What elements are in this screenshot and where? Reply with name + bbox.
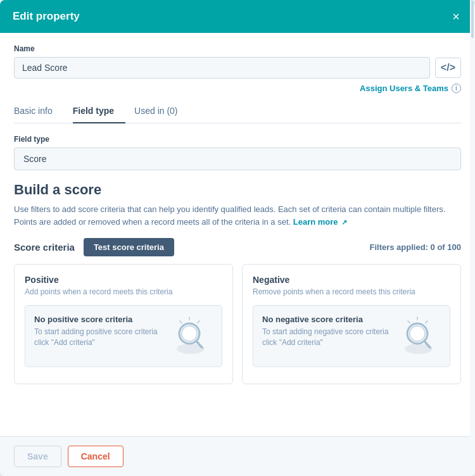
negative-empty-text: No negative score criteria To start addi… (262, 315, 389, 348)
negative-empty-title: No negative score criteria (262, 315, 389, 324)
positive-panel-desc: Add points when a record meets this crit… (25, 287, 222, 296)
learn-more-link[interactable]: Learn more ↗ (293, 217, 347, 227)
save-button[interactable]: Save (14, 446, 61, 467)
negative-panel: Negative Remove points when a record mee… (242, 264, 461, 384)
score-criteria-left: Score criteria Test score criteria (14, 238, 174, 256)
filters-applied-text: Filters applied: 0 of 100 (370, 242, 462, 252)
name-input[interactable] (14, 57, 430, 78)
modal-body: Name </> Assign Users & Teams i Basic in… (0, 33, 475, 436)
test-score-criteria-button[interactable]: Test score criteria (84, 238, 174, 256)
negative-magnify-icon (396, 315, 441, 358)
close-button[interactable]: × (450, 9, 462, 24)
info-icon[interactable]: i (452, 84, 461, 93)
positive-panel-title: Positive (25, 275, 222, 285)
modal-header: Edit property × (0, 0, 475, 33)
scrollbar-track[interactable] (470, 0, 475, 476)
modal-footer: Save Cancel (0, 436, 475, 476)
build-score-desc: Use filters to add score criteria that c… (14, 203, 461, 228)
field-type-label: Field type (14, 135, 461, 144)
code-icon-button[interactable]: </> (435, 58, 461, 78)
svg-point-10 (410, 326, 425, 341)
negative-empty-box: No negative score criteria To start addi… (253, 305, 450, 367)
svg-line-15 (408, 321, 410, 323)
assign-users-teams-link[interactable]: Assign Users & Teams (360, 84, 448, 93)
name-section: Name </> Assign Users & Teams i (0, 33, 475, 99)
tab-field-type[interactable]: Field type (73, 99, 125, 123)
scrollbar-thumb[interactable] (471, 0, 474, 38)
external-link-icon: ↗ (341, 218, 347, 226)
svg-line-7 (180, 321, 182, 323)
tab-basic-info[interactable]: Basic info (14, 99, 64, 123)
field-type-input (14, 147, 461, 170)
positive-empty-title: No positive score criteria (34, 315, 161, 324)
build-score-title: Build a score (14, 182, 461, 198)
criteria-panels: Positive Add points when a record meets … (14, 264, 461, 384)
svg-point-2 (182, 326, 197, 341)
negative-empty-desc: To start adding negative score criteria … (262, 327, 389, 348)
svg-line-6 (198, 321, 200, 323)
positive-empty-text: No positive score criteria To start addi… (34, 315, 161, 348)
score-criteria-label: Score criteria (14, 242, 75, 253)
negative-panel-title: Negative (253, 275, 450, 285)
content-section: Field type Build a score Use filters to … (0, 123, 475, 436)
tabs: Basic info Field type Used in (0) (14, 99, 461, 123)
edit-property-modal: Edit property × Name </> Assign Users & … (0, 0, 475, 476)
positive-magnify-icon (168, 315, 213, 358)
cancel-button[interactable]: Cancel (68, 446, 124, 467)
assign-link-row: Assign Users & Teams i (14, 84, 461, 99)
svg-line-14 (426, 321, 428, 323)
positive-panel: Positive Add points when a record meets … (14, 264, 233, 384)
positive-empty-desc: To start adding positive score criteria … (34, 327, 161, 348)
name-row: </> (14, 57, 461, 78)
name-label: Name (14, 44, 461, 53)
score-criteria-row: Score criteria Test score criteria Filte… (14, 238, 461, 256)
positive-empty-box: No positive score criteria To start addi… (25, 305, 222, 367)
tab-used-in[interactable]: Used in (0) (134, 99, 189, 123)
modal-title: Edit property (13, 10, 80, 23)
negative-panel-desc: Remove points when a record meets this c… (253, 287, 450, 296)
